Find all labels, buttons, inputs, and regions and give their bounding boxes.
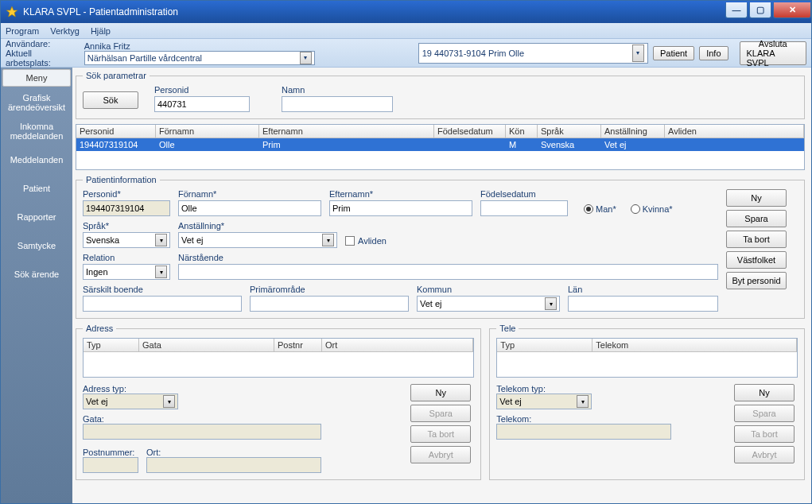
patient-button[interactable]: Patient: [653, 46, 694, 60]
sidebar-item-meddelanden[interactable]: Meddelanden: [1, 145, 72, 174]
menu-verktyg[interactable]: Verktyg: [50, 26, 80, 36]
col-personid[interactable]: Personid: [76, 125, 156, 138]
p-primaromrade-label: Primärområde: [250, 285, 409, 294]
t-telekom-input[interactable]: [496, 424, 671, 440]
menu-hjalp[interactable]: Hjälp: [91, 26, 111, 36]
a-col-postnr[interactable]: Postnr: [274, 339, 322, 351]
sidebar-item-patient[interactable]: Patient: [1, 174, 72, 203]
t-telekomtyp-label: Telekom typ:: [496, 384, 734, 394]
p-narstaende-input[interactable]: [178, 264, 718, 280]
col-anstallning[interactable]: Anställning: [601, 125, 665, 138]
chevron-down-icon: ▾: [632, 45, 644, 62]
col-efternamn[interactable]: Efternamn: [259, 125, 434, 138]
workplace-select[interactable]: Närhälsan Partille vårdcentral ▾: [84, 51, 315, 65]
t-telekom-label: Telekom:: [496, 414, 734, 424]
p-sprak-select[interactable]: Svenska ▾: [83, 232, 170, 248]
col-kon[interactable]: Kön: [506, 125, 538, 138]
p-sarskilt-input[interactable]: [83, 296, 242, 312]
patient-combo[interactable]: 19 440731-9104 Prim Olle ▾: [418, 43, 648, 64]
p-kommun-value: Vet ej: [420, 299, 442, 308]
p-fodelsedatum-input[interactable]: [480, 200, 568, 216]
user-value: Annika Fritz: [84, 41, 315, 51]
p-fodelsedatum-label: Födelsedatum: [480, 189, 568, 199]
p-vastfolket-button[interactable]: Västfolket: [726, 251, 787, 269]
minimize-button[interactable]: —: [725, 2, 748, 18]
patient-legend: Patientinformation: [83, 175, 160, 184]
a-col-typ[interactable]: Typ: [84, 339, 139, 351]
a-ny-button[interactable]: Ny: [410, 384, 471, 401]
p-efternamn-value: Prim: [332, 204, 351, 213]
namn-input[interactable]: [282, 96, 393, 112]
p-personid-label: Personid*: [83, 189, 170, 199]
t-telekomtyp-select[interactable]: Vet ej ▾: [496, 394, 592, 409]
a-spara-button[interactable]: Spara: [410, 405, 471, 422]
namn-label: Namn: [282, 85, 393, 95]
tele-fieldset: Tele Typ Telekom Telekom typ: Vet ej ▾: [489, 324, 805, 480]
radio-man[interactable]: [584, 204, 593, 214]
col-avliden[interactable]: Avliden: [665, 125, 804, 138]
results-grid[interactable]: Personid Förnamn Efternamn Födelsedatum …: [76, 124, 805, 170]
adress-grid[interactable]: Typ Gata Postnr Ort: [83, 338, 474, 378]
a-gata-input[interactable]: [83, 424, 321, 440]
sidebar-item-grafisk[interactable]: Grafisk ärendeöversikt: [1, 88, 72, 117]
cell-anstallning: Vet ej: [601, 138, 665, 151]
menubar: Program Verktyg Hjälp: [1, 23, 811, 39]
p-anstallning-select[interactable]: Vet ej ▾: [178, 232, 337, 248]
a-adresstyp-select[interactable]: Vet ej ▾: [83, 394, 178, 409]
sidebar: Meny Grafisk ärendeöversikt Inkomna medd…: [1, 68, 72, 503]
p-efternamn-input[interactable]: Prim: [329, 200, 472, 216]
p-bytpersonid-button[interactable]: Byt personid: [726, 272, 787, 289]
a-tabort-button[interactable]: Ta bort: [410, 425, 471, 443]
p-fornamn-input[interactable]: Olle: [178, 200, 321, 216]
sidebar-item-rapporter[interactable]: Rapporter: [1, 203, 72, 231]
t-col-telekom[interactable]: Telekom: [592, 339, 797, 351]
sidebar-header[interactable]: Meny: [2, 69, 71, 87]
exit-button[interactable]: Avsluta KLARA SVPL: [740, 41, 806, 65]
p-spara-button[interactable]: Spara: [726, 210, 787, 227]
patient-combo-value: 19 440731-9104 Prim Olle: [422, 48, 524, 58]
p-primaromrade-input[interactable]: [250, 296, 409, 312]
p-relation-select[interactable]: Ingen ▾: [83, 264, 170, 280]
chevron-down-icon: ▾: [300, 52, 312, 64]
a-adresstyp-value: Vet ej: [86, 397, 108, 406]
col-fornamn[interactable]: Förnamn: [156, 125, 259, 138]
info-button[interactable]: Info: [699, 46, 728, 60]
close-button[interactable]: ✕: [773, 2, 811, 18]
sidebar-item-samtycke[interactable]: Samtycke: [1, 231, 72, 260]
radio-kvinna-label: Kvinna*: [643, 204, 673, 214]
sidebar-item-inkomna[interactable]: Inkomna meddelanden: [1, 117, 72, 145]
p-tabort-button[interactable]: Ta bort: [726, 231, 787, 248]
col-fodelsedatum[interactable]: Födelsedatum: [434, 125, 506, 138]
p-anstallning-label: Anställning*: [178, 221, 337, 231]
p-kommun-label: Kommun: [417, 285, 560, 294]
radio-kvinna[interactable]: [631, 204, 640, 214]
grid-header: Personid Förnamn Efternamn Födelsedatum …: [76, 125, 804, 138]
a-avbryt-button[interactable]: Avbryt: [410, 446, 471, 463]
col-sprak[interactable]: Språk: [538, 125, 601, 138]
p-ny-button[interactable]: Ny: [726, 189, 787, 207]
t-spara-button[interactable]: Spara: [734, 405, 795, 422]
t-tabort-button[interactable]: Ta bort: [734, 425, 795, 443]
p-fornamn-label: Förnamn*: [178, 189, 321, 199]
table-row[interactable]: 194407319104 Olle Prim M Svenska Vet ej: [76, 138, 804, 151]
a-postnummer-input[interactable]: [83, 457, 138, 473]
sidebar-item-sokarende[interactable]: Sök ärende: [1, 260, 72, 289]
p-lan-input[interactable]: [568, 296, 718, 312]
window-title: KLARA SVPL - Patientadministration: [23, 6, 724, 17]
maximize-button[interactable]: ▢: [749, 2, 771, 18]
p-kommun-select[interactable]: Vet ej ▾: [417, 296, 560, 312]
a-col-gata[interactable]: Gata: [139, 339, 274, 351]
t-avbryt-button[interactable]: Avbryt: [734, 446, 795, 463]
avliden-label: Avliden: [358, 236, 387, 246]
p-efternamn-label: Efternamn*: [329, 189, 472, 199]
t-ny-button[interactable]: Ny: [734, 384, 795, 401]
a-ort-input[interactable]: [146, 457, 321, 473]
avliden-checkbox[interactable]: [345, 236, 355, 246]
a-col-ort[interactable]: Ort: [322, 339, 473, 351]
p-anstallning-value: Vet ej: [181, 235, 204, 245]
t-col-typ[interactable]: Typ: [497, 339, 592, 351]
personid-input[interactable]: 440731: [154, 96, 250, 112]
tele-grid[interactable]: Typ Telekom: [496, 338, 798, 378]
sok-button[interactable]: Sök: [83, 91, 138, 109]
menu-program[interactable]: Program: [6, 26, 39, 36]
